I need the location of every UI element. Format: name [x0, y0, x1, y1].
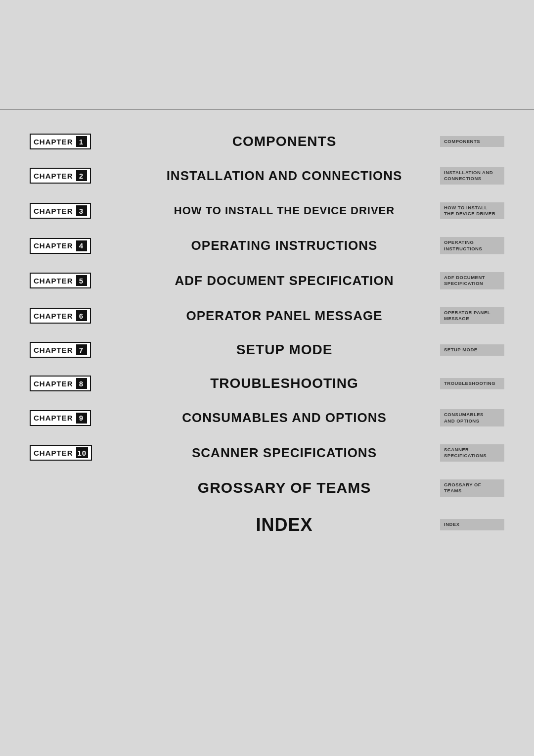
chapter-number-5: 5 [76, 275, 87, 286]
index-side-label-box: INDEX [440, 519, 504, 530]
toc-row-ch3[interactable]: CHAPTER3HOW TO INSTALL THE DEVICE DRIVER… [30, 193, 504, 229]
side-label-box-7: SETUP MODE [440, 344, 504, 355]
side-label-8: TROUBLESHOOTING [440, 378, 504, 389]
chapter-label-8: CHAPTER8 [30, 376, 138, 391]
toc-row-ch4[interactable]: CHAPTER4OPERATING INSTRUCTIONSOPERATINGI… [30, 228, 504, 263]
toc-row-ch9[interactable]: CHAPTER9CONSUMABLES AND OPTIONSCONSUMABL… [30, 400, 504, 435]
toc-row-ch1[interactable]: CHAPTER1COMPONENTSCOMPONENTS [30, 125, 504, 158]
chapter-word-1: CHAPTER [34, 138, 73, 146]
chapter-text-8: CHAPTER8 [30, 376, 91, 391]
chapter-label-9: CHAPTER9 [30, 410, 138, 426]
side-label-2: INSTALLATION ANDCONNECTIONS [440, 167, 504, 185]
side-label-5: ADF DOCUMENTSPECIFICATION [440, 272, 504, 289]
chapter-text-4: CHAPTER4 [30, 238, 91, 254]
chapter-word-3: CHAPTER [34, 207, 73, 215]
chapter-number-7: 7 [76, 344, 87, 355]
chapter-title-8: TROUBLESHOOTING [138, 376, 430, 391]
chapter-number-4: 4 [76, 240, 87, 251]
toc-row-ch10[interactable]: CHAPTER10SCANNER SPECIFICATIONSSCANNERSP… [30, 435, 504, 471]
chapter-word-10: CHAPTER [34, 449, 73, 457]
chapter-title-7: SETUP MODE [138, 342, 430, 358]
chapter-label-6: CHAPTER6 [30, 308, 138, 324]
chapter-number-10: 10 [76, 447, 89, 458]
chapter-title-2: INSTALLATION AND CONNECTIONS [138, 168, 430, 184]
side-label-4: OPERATINGINSTRUCTIONS [440, 237, 504, 254]
side-label-box-10: SCANNERSPECIFICATIONS [440, 444, 504, 462]
chapter-text-5: CHAPTER5 [30, 273, 91, 288]
side-label-1: COMPONENTS [440, 136, 504, 147]
toc-row-ch6[interactable]: CHAPTER6OPERATOR PANEL MESSAGEOPERATOR P… [30, 298, 504, 333]
chapter-title-1: COMPONENTS [138, 134, 430, 149]
chapter-word-8: CHAPTER [34, 379, 73, 388]
chapter-title-6: OPERATOR PANEL MESSAGE [138, 308, 430, 324]
toc-row-index[interactable]: INDEXINDEX [30, 506, 504, 544]
chapter-title-4: OPERATING INSTRUCTIONS [138, 238, 430, 253]
chapter-text-1: CHAPTER1 [30, 134, 91, 149]
toc-row-ch8[interactable]: CHAPTER8TROUBLESHOOTINGTROUBLESHOOTING [30, 367, 504, 400]
chapter-number-8: 8 [76, 378, 87, 389]
chapter-title-10: SCANNER SPECIFICATIONS [138, 445, 430, 461]
chapter-title-5: ADF DOCUMENT SPECIFICATION [138, 273, 430, 288]
side-label-6: OPERATOR PANELMESSAGE [440, 307, 504, 325]
glossary-side-label: GROSSARY OFTEAMS [440, 479, 504, 497]
toc-row-ch2[interactable]: CHAPTER2INSTALLATION AND CONNECTIONSINST… [30, 158, 504, 193]
chapter-text-9: CHAPTER9 [30, 410, 91, 426]
chapter-word-6: CHAPTER [34, 312, 73, 320]
side-label-box-5: ADF DOCUMENTSPECIFICATION [440, 272, 504, 289]
chapter-text-2: CHAPTER2 [30, 168, 91, 184]
side-label-box-6: OPERATOR PANELMESSAGE [440, 307, 504, 325]
glossary-title: GROSSARY OF TEAMS [138, 479, 430, 496]
side-label-box-1: COMPONENTS [440, 136, 504, 147]
chapter-title-3: HOW TO INSTALL THE DEVICE DRIVER [138, 204, 430, 217]
index-title: INDEX [138, 515, 430, 535]
chapter-label-3: CHAPTER3 [30, 203, 138, 219]
chapter-number-9: 9 [76, 413, 87, 424]
chapter-number-2: 2 [76, 170, 87, 181]
toc-row-glossary[interactable]: GROSSARY OF TEAMSGROSSARY OFTEAMS [30, 471, 504, 506]
chapter-number-3: 3 [76, 205, 87, 216]
glossary-side-label-box: GROSSARY OFTEAMS [440, 479, 504, 497]
side-label-9: CONSUMABLESAND OPTIONS [440, 409, 504, 426]
chapter-text-7: CHAPTER7 [30, 342, 91, 358]
toc-row-ch7[interactable]: CHAPTER7SETUP MODESETUP MODE [30, 333, 504, 367]
index-side-label: INDEX [440, 519, 504, 530]
chapter-text-3: CHAPTER3 [30, 203, 91, 219]
top-area [0, 0, 534, 109]
chapter-number-6: 6 [76, 310, 87, 321]
chapter-number-1: 1 [76, 136, 87, 147]
chapter-title-9: CONSUMABLES AND OPTIONS [138, 410, 430, 425]
side-label-box-3: HOW TO INSTALLTHE DEVICE DRIVER [440, 202, 504, 220]
chapter-word-4: CHAPTER [34, 241, 73, 250]
chapter-label-7: CHAPTER7 [30, 342, 138, 358]
chapter-text-10: CHAPTER10 [30, 445, 92, 461]
chapter-label-10: CHAPTER10 [30, 445, 138, 461]
chapter-word-2: CHAPTER [34, 172, 73, 180]
side-label-box-8: TROUBLESHOOTING [440, 378, 504, 389]
chapter-label-4: CHAPTER4 [30, 238, 138, 254]
side-label-box-2: INSTALLATION ANDCONNECTIONS [440, 167, 504, 185]
chapter-label-1: CHAPTER1 [30, 134, 138, 149]
chapter-word-7: CHAPTER [34, 346, 73, 354]
chapter-text-6: CHAPTER6 [30, 308, 91, 324]
chapter-word-9: CHAPTER [34, 414, 73, 422]
side-label-3: HOW TO INSTALLTHE DEVICE DRIVER [440, 202, 504, 220]
side-label-box-4: OPERATINGINSTRUCTIONS [440, 237, 504, 254]
chapter-word-5: CHAPTER [34, 277, 73, 285]
chapter-label-5: CHAPTER5 [30, 273, 138, 288]
toc-row-ch5[interactable]: CHAPTER5ADF DOCUMENT SPECIFICATIONADF DO… [30, 263, 504, 298]
side-label-10: SCANNERSPECIFICATIONS [440, 444, 504, 462]
side-label-box-9: CONSUMABLESAND OPTIONS [440, 409, 504, 426]
chapter-label-2: CHAPTER2 [30, 168, 138, 184]
side-label-7: SETUP MODE [440, 344, 504, 355]
content-area: CHAPTER1COMPONENTSCOMPONENTSCHAPTER2INST… [0, 110, 534, 756]
